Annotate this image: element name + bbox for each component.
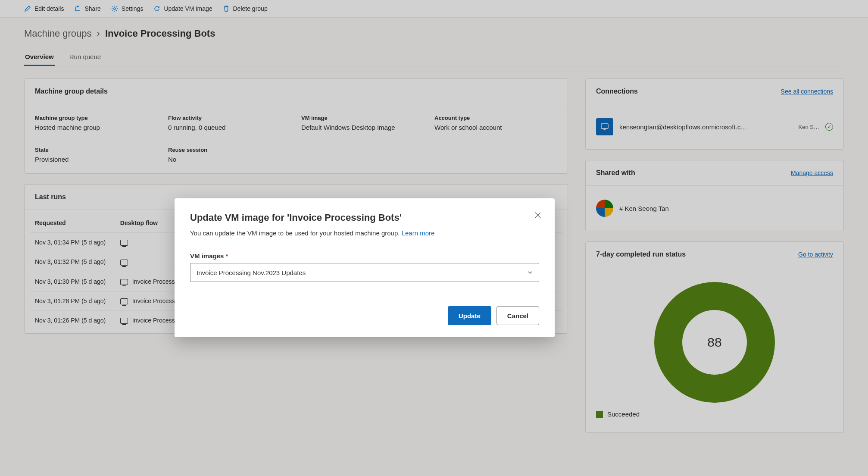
update-button[interactable]: Update [448, 306, 491, 325]
required-asterisk: * [226, 252, 228, 260]
cancel-button[interactable]: Cancel [496, 306, 539, 325]
modal-description: You can update the VM image to be used f… [190, 229, 539, 237]
vm-images-selected-value: Invoice Processing Nov.2023 Updates [197, 269, 306, 276]
chevron-down-icon [528, 269, 533, 276]
vm-images-label: VM images * [190, 252, 539, 260]
learn-more-link[interactable]: Learn more [402, 229, 435, 237]
vm-images-dropdown[interactable]: Invoice Processing Nov.2023 Updates [190, 263, 539, 282]
close-button[interactable] [533, 210, 543, 222]
close-icon [535, 212, 541, 218]
update-vm-image-modal: Update VM image for 'Invoice Processing … [175, 198, 555, 337]
modal-title: Update VM image for 'Invoice Processing … [190, 212, 539, 223]
